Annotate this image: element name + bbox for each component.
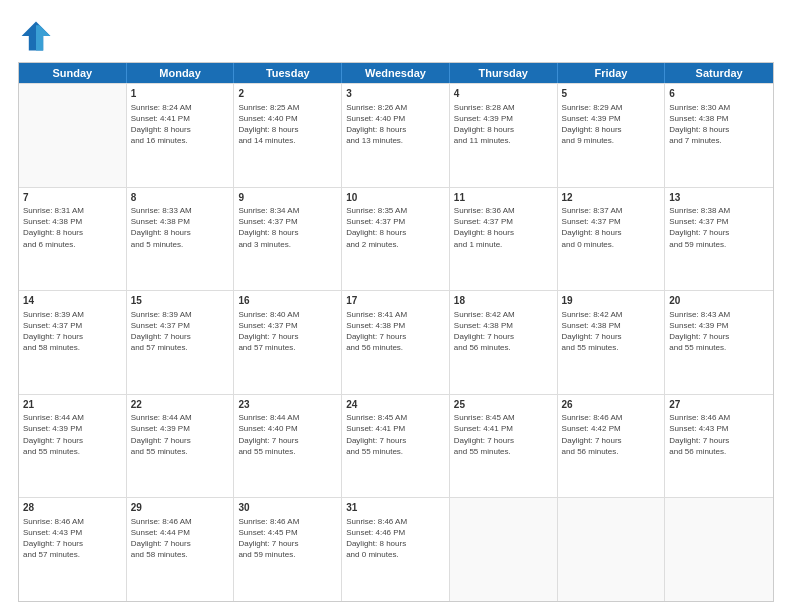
calendar-cell: 23Sunrise: 8:44 AM Sunset: 4:40 PM Dayli… [234,395,342,498]
calendar-row: 7Sunrise: 8:31 AM Sunset: 4:38 PM Daylig… [19,187,773,291]
calendar-header: SundayMondayTuesdayWednesdayThursdayFrid… [19,63,773,83]
calendar-cell: 9Sunrise: 8:34 AM Sunset: 4:37 PM Daylig… [234,188,342,291]
day-info: Sunrise: 8:37 AM Sunset: 4:37 PM Dayligh… [562,205,661,250]
day-number: 28 [23,501,122,515]
day-info: Sunrise: 8:35 AM Sunset: 4:37 PM Dayligh… [346,205,445,250]
header [18,18,774,54]
day-number: 24 [346,398,445,412]
calendar-cell: 17Sunrise: 8:41 AM Sunset: 4:38 PM Dayli… [342,291,450,394]
page: SundayMondayTuesdayWednesdayThursdayFrid… [0,0,792,612]
day-number: 18 [454,294,553,308]
day-number: 8 [131,191,230,205]
day-info: Sunrise: 8:46 AM Sunset: 4:42 PM Dayligh… [562,412,661,457]
day-number: 13 [669,191,769,205]
calendar-cell: 4Sunrise: 8:28 AM Sunset: 4:39 PM Daylig… [450,84,558,187]
weekday-header: Monday [127,63,235,83]
day-number: 12 [562,191,661,205]
calendar-cell: 3Sunrise: 8:26 AM Sunset: 4:40 PM Daylig… [342,84,450,187]
calendar-row: 21Sunrise: 8:44 AM Sunset: 4:39 PM Dayli… [19,394,773,498]
calendar-cell [19,84,127,187]
calendar-cell: 25Sunrise: 8:45 AM Sunset: 4:41 PM Dayli… [450,395,558,498]
day-info: Sunrise: 8:41 AM Sunset: 4:38 PM Dayligh… [346,309,445,354]
day-info: Sunrise: 8:33 AM Sunset: 4:38 PM Dayligh… [131,205,230,250]
calendar-cell: 13Sunrise: 8:38 AM Sunset: 4:37 PM Dayli… [665,188,773,291]
calendar-body: 1Sunrise: 8:24 AM Sunset: 4:41 PM Daylig… [19,83,773,601]
day-number: 20 [669,294,769,308]
day-number: 16 [238,294,337,308]
calendar-row: 1Sunrise: 8:24 AM Sunset: 4:41 PM Daylig… [19,83,773,187]
calendar-cell [665,498,773,601]
calendar-cell: 27Sunrise: 8:46 AM Sunset: 4:43 PM Dayli… [665,395,773,498]
day-info: Sunrise: 8:31 AM Sunset: 4:38 PM Dayligh… [23,205,122,250]
weekday-header: Tuesday [234,63,342,83]
day-number: 30 [238,501,337,515]
weekday-header: Saturday [665,63,773,83]
calendar-cell: 16Sunrise: 8:40 AM Sunset: 4:37 PM Dayli… [234,291,342,394]
weekday-header: Sunday [19,63,127,83]
calendar-cell: 26Sunrise: 8:46 AM Sunset: 4:42 PM Dayli… [558,395,666,498]
day-info: Sunrise: 8:42 AM Sunset: 4:38 PM Dayligh… [454,309,553,354]
day-info: Sunrise: 8:45 AM Sunset: 4:41 PM Dayligh… [454,412,553,457]
day-info: Sunrise: 8:43 AM Sunset: 4:39 PM Dayligh… [669,309,769,354]
day-number: 23 [238,398,337,412]
logo-icon [18,18,54,54]
calendar-cell: 15Sunrise: 8:39 AM Sunset: 4:37 PM Dayli… [127,291,235,394]
day-number: 19 [562,294,661,308]
calendar-cell: 5Sunrise: 8:29 AM Sunset: 4:39 PM Daylig… [558,84,666,187]
logo [18,18,60,54]
calendar: SundayMondayTuesdayWednesdayThursdayFrid… [18,62,774,602]
calendar-cell: 20Sunrise: 8:43 AM Sunset: 4:39 PM Dayli… [665,291,773,394]
calendar-row: 28Sunrise: 8:46 AM Sunset: 4:43 PM Dayli… [19,497,773,601]
day-number: 17 [346,294,445,308]
calendar-cell: 22Sunrise: 8:44 AM Sunset: 4:39 PM Dayli… [127,395,235,498]
day-number: 14 [23,294,122,308]
day-info: Sunrise: 8:30 AM Sunset: 4:38 PM Dayligh… [669,102,769,147]
day-info: Sunrise: 8:46 AM Sunset: 4:43 PM Dayligh… [23,516,122,561]
day-info: Sunrise: 8:46 AM Sunset: 4:45 PM Dayligh… [238,516,337,561]
calendar-cell: 12Sunrise: 8:37 AM Sunset: 4:37 PM Dayli… [558,188,666,291]
day-number: 21 [23,398,122,412]
day-number: 1 [131,87,230,101]
calendar-cell: 24Sunrise: 8:45 AM Sunset: 4:41 PM Dayli… [342,395,450,498]
calendar-cell [558,498,666,601]
calendar-cell: 8Sunrise: 8:33 AM Sunset: 4:38 PM Daylig… [127,188,235,291]
day-info: Sunrise: 8:46 AM Sunset: 4:44 PM Dayligh… [131,516,230,561]
calendar-cell: 2Sunrise: 8:25 AM Sunset: 4:40 PM Daylig… [234,84,342,187]
calendar-cell: 14Sunrise: 8:39 AM Sunset: 4:37 PM Dayli… [19,291,127,394]
day-number: 9 [238,191,337,205]
calendar-cell: 7Sunrise: 8:31 AM Sunset: 4:38 PM Daylig… [19,188,127,291]
weekday-header: Friday [558,63,666,83]
calendar-cell: 18Sunrise: 8:42 AM Sunset: 4:38 PM Dayli… [450,291,558,394]
svg-marker-1 [36,25,50,50]
day-info: Sunrise: 8:44 AM Sunset: 4:40 PM Dayligh… [238,412,337,457]
calendar-cell: 21Sunrise: 8:44 AM Sunset: 4:39 PM Dayli… [19,395,127,498]
day-info: Sunrise: 8:24 AM Sunset: 4:41 PM Dayligh… [131,102,230,147]
calendar-cell: 19Sunrise: 8:42 AM Sunset: 4:38 PM Dayli… [558,291,666,394]
calendar-cell: 31Sunrise: 8:46 AM Sunset: 4:46 PM Dayli… [342,498,450,601]
day-info: Sunrise: 8:46 AM Sunset: 4:43 PM Dayligh… [669,412,769,457]
weekday-header: Wednesday [342,63,450,83]
day-info: Sunrise: 8:46 AM Sunset: 4:46 PM Dayligh… [346,516,445,561]
day-number: 31 [346,501,445,515]
day-number: 5 [562,87,661,101]
calendar-cell: 10Sunrise: 8:35 AM Sunset: 4:37 PM Dayli… [342,188,450,291]
day-number: 3 [346,87,445,101]
day-info: Sunrise: 8:44 AM Sunset: 4:39 PM Dayligh… [131,412,230,457]
day-info: Sunrise: 8:25 AM Sunset: 4:40 PM Dayligh… [238,102,337,147]
day-number: 4 [454,87,553,101]
calendar-cell: 30Sunrise: 8:46 AM Sunset: 4:45 PM Dayli… [234,498,342,601]
day-number: 10 [346,191,445,205]
calendar-row: 14Sunrise: 8:39 AM Sunset: 4:37 PM Dayli… [19,290,773,394]
day-info: Sunrise: 8:26 AM Sunset: 4:40 PM Dayligh… [346,102,445,147]
day-info: Sunrise: 8:45 AM Sunset: 4:41 PM Dayligh… [346,412,445,457]
day-number: 22 [131,398,230,412]
calendar-cell: 11Sunrise: 8:36 AM Sunset: 4:37 PM Dayli… [450,188,558,291]
day-number: 6 [669,87,769,101]
day-number: 26 [562,398,661,412]
day-info: Sunrise: 8:44 AM Sunset: 4:39 PM Dayligh… [23,412,122,457]
calendar-cell: 1Sunrise: 8:24 AM Sunset: 4:41 PM Daylig… [127,84,235,187]
day-number: 15 [131,294,230,308]
day-number: 7 [23,191,122,205]
calendar-cell: 29Sunrise: 8:46 AM Sunset: 4:44 PM Dayli… [127,498,235,601]
calendar-cell [450,498,558,601]
